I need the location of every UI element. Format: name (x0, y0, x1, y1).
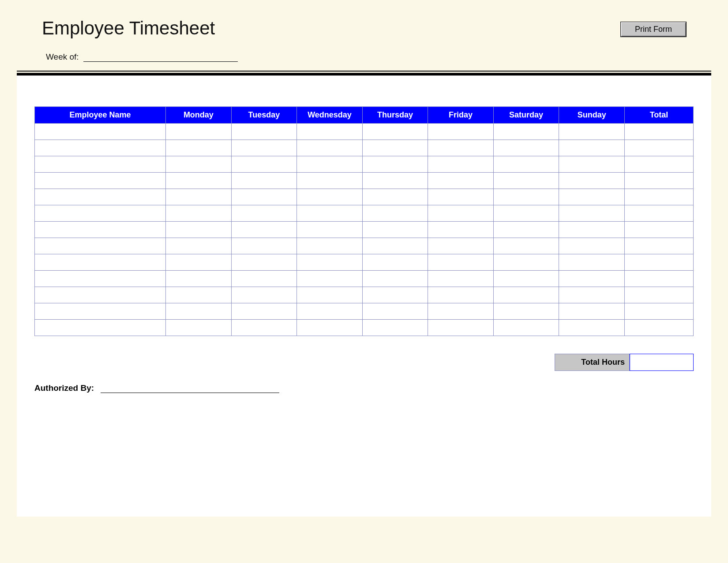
table-cell[interactable] (428, 173, 494, 189)
table-cell[interactable] (362, 140, 428, 156)
table-cell[interactable] (493, 254, 559, 271)
table-cell[interactable] (428, 140, 494, 156)
table-cell[interactable] (231, 205, 297, 222)
table-cell[interactable] (493, 238, 559, 254)
table-cell[interactable] (166, 189, 232, 205)
table-cell[interactable] (297, 173, 363, 189)
table-cell[interactable] (231, 271, 297, 287)
table-cell[interactable] (362, 222, 428, 238)
table-cell[interactable] (493, 140, 559, 156)
table-cell[interactable] (166, 238, 232, 254)
table-cell[interactable] (624, 303, 693, 320)
table-cell[interactable] (428, 222, 494, 238)
table-cell[interactable] (559, 238, 625, 254)
table-cell[interactable] (559, 320, 625, 336)
table-cell[interactable] (297, 140, 363, 156)
table-cell[interactable] (35, 189, 166, 205)
table-cell[interactable] (297, 156, 363, 173)
table-cell[interactable] (559, 189, 625, 205)
table-cell[interactable] (624, 320, 693, 336)
table-cell[interactable] (428, 205, 494, 222)
table-cell[interactable] (362, 254, 428, 271)
table-cell[interactable] (166, 287, 232, 303)
table-cell[interactable] (166, 222, 232, 238)
table-cell[interactable] (35, 238, 166, 254)
table-cell[interactable] (35, 156, 166, 173)
table-cell[interactable] (624, 156, 693, 173)
table-cell[interactable] (362, 287, 428, 303)
table-cell[interactable] (35, 271, 166, 287)
table-cell[interactable] (362, 238, 428, 254)
table-cell[interactable] (297, 271, 363, 287)
table-cell[interactable] (428, 238, 494, 254)
table-cell[interactable] (559, 156, 625, 173)
table-cell[interactable] (297, 287, 363, 303)
table-cell[interactable] (624, 124, 693, 140)
table-cell[interactable] (35, 205, 166, 222)
table-cell[interactable] (624, 189, 693, 205)
week-of-input[interactable] (83, 52, 238, 62)
table-cell[interactable] (428, 271, 494, 287)
table-cell[interactable] (362, 320, 428, 336)
table-cell[interactable] (35, 303, 166, 320)
table-cell[interactable] (559, 254, 625, 271)
table-cell[interactable] (166, 205, 232, 222)
table-cell[interactable] (362, 173, 428, 189)
table-cell[interactable] (297, 205, 363, 222)
table-cell[interactable] (166, 140, 232, 156)
table-cell[interactable] (559, 287, 625, 303)
table-cell[interactable] (493, 173, 559, 189)
table-cell[interactable] (493, 222, 559, 238)
table-cell[interactable] (231, 287, 297, 303)
table-cell[interactable] (297, 189, 363, 205)
table-cell[interactable] (166, 271, 232, 287)
table-cell[interactable] (493, 320, 559, 336)
table-cell[interactable] (166, 173, 232, 189)
table-cell[interactable] (297, 254, 363, 271)
table-cell[interactable] (428, 287, 494, 303)
table-cell[interactable] (35, 254, 166, 271)
table-cell[interactable] (624, 287, 693, 303)
table-cell[interactable] (231, 173, 297, 189)
table-cell[interactable] (428, 254, 494, 271)
table-cell[interactable] (493, 205, 559, 222)
table-cell[interactable] (362, 189, 428, 205)
table-cell[interactable] (624, 205, 693, 222)
table-cell[interactable] (559, 140, 625, 156)
table-cell[interactable] (428, 303, 494, 320)
table-cell[interactable] (493, 124, 559, 140)
table-cell[interactable] (493, 189, 559, 205)
table-cell[interactable] (428, 189, 494, 205)
table-cell[interactable] (362, 156, 428, 173)
table-cell[interactable] (493, 156, 559, 173)
table-cell[interactable] (297, 124, 363, 140)
table-cell[interactable] (428, 124, 494, 140)
table-cell[interactable] (231, 238, 297, 254)
table-cell[interactable] (297, 320, 363, 336)
table-cell[interactable] (428, 320, 494, 336)
authorized-by-input[interactable] (101, 383, 279, 393)
table-cell[interactable] (35, 140, 166, 156)
table-cell[interactable] (231, 254, 297, 271)
table-cell[interactable] (166, 320, 232, 336)
table-cell[interactable] (166, 156, 232, 173)
table-cell[interactable] (559, 222, 625, 238)
table-cell[interactable] (231, 156, 297, 173)
table-cell[interactable] (231, 222, 297, 238)
table-cell[interactable] (35, 320, 166, 336)
table-cell[interactable] (231, 303, 297, 320)
table-cell[interactable] (297, 303, 363, 320)
table-cell[interactable] (362, 271, 428, 287)
table-cell[interactable] (231, 124, 297, 140)
table-cell[interactable] (231, 189, 297, 205)
table-cell[interactable] (624, 222, 693, 238)
table-cell[interactable] (559, 124, 625, 140)
table-cell[interactable] (493, 287, 559, 303)
table-cell[interactable] (559, 173, 625, 189)
table-cell[interactable] (362, 205, 428, 222)
table-cell[interactable] (624, 238, 693, 254)
table-cell[interactable] (624, 173, 693, 189)
table-cell[interactable] (559, 205, 625, 222)
table-cell[interactable] (35, 173, 166, 189)
table-cell[interactable] (166, 303, 232, 320)
